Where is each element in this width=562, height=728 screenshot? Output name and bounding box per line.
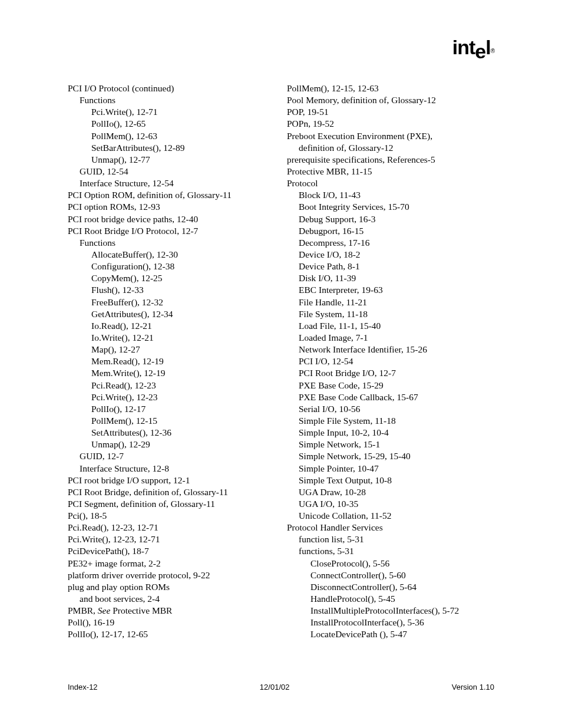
index-entry: SetBarAttributes(), 12-89 bbox=[68, 142, 275, 154]
index-entry: File System, 11-18 bbox=[287, 308, 494, 320]
index-entry: plug and play option ROMs bbox=[68, 581, 275, 593]
index-entry: Simple Pointer, 10-47 bbox=[287, 463, 494, 475]
index-entry: Map(), 12-27 bbox=[68, 344, 275, 355]
page-footer: Index-12 12/01/02 Version 1.10 bbox=[68, 683, 494, 693]
index-entry: Simple File System, 11-18 bbox=[287, 415, 494, 427]
index-entry: Pci.Read(), 12-23, 12-71 bbox=[68, 522, 275, 533]
index-entry: CopyMem(), 12-25 bbox=[68, 272, 275, 284]
index-entry: CloseProtocol(), 5-56 bbox=[287, 558, 494, 569]
index-columns: PCI I/O Protocol (continued)FunctionsPci… bbox=[68, 83, 494, 641]
index-entry: PCI Root Bridge I/O Protocol, 12-7 bbox=[68, 225, 275, 237]
index-entry: PCI I/O, 12-54 bbox=[287, 355, 494, 367]
index-entry: platform driver override protocol, 9-22 bbox=[68, 569, 275, 581]
right-column: PollMem(), 12-15, 12-63Pool Memory, defi… bbox=[281, 83, 494, 641]
index-entry: Device I/O, 18-2 bbox=[287, 249, 494, 261]
index-entry: ConnectController(), 5-60 bbox=[287, 569, 494, 581]
index-entry: PCI root bridge I/O support, 12-1 bbox=[68, 475, 275, 486]
index-entry: Io.Read(), 12-21 bbox=[68, 320, 275, 332]
index-entry: Mem.Read(), 12-19 bbox=[68, 355, 275, 367]
index-entry: prerequisite specifications, References-… bbox=[287, 154, 494, 166]
index-entry: Unmap(), 12-77 bbox=[68, 154, 275, 166]
index-entry: SetAttributes(), 12-36 bbox=[68, 427, 275, 439]
index-entry: Debugport, 16-15 bbox=[287, 225, 494, 237]
index-entry: Functions bbox=[68, 94, 275, 106]
index-entry: PMBR, See Protective MBR bbox=[68, 605, 275, 617]
index-entry: Pci.Write(), 12-23, 12-71 bbox=[68, 533, 275, 545]
index-entry: Device Path, 8-1 bbox=[287, 261, 494, 272]
index-entry: FreeBuffer(), 12-32 bbox=[68, 297, 275, 308]
index-entry: function list, 5-31 bbox=[287, 533, 494, 545]
index-entry: Simple Input, 10-2, 10-4 bbox=[287, 427, 494, 439]
index-entry: Mem.Write(), 12-19 bbox=[68, 367, 275, 379]
index-entry: AllocateBuffer(), 12-30 bbox=[68, 249, 275, 261]
index-entry: Pci.Write(), 12-71 bbox=[68, 106, 275, 118]
index-entry: DisconnectController(), 5-64 bbox=[287, 581, 494, 593]
index-entry: Pci.Read(), 12-23 bbox=[68, 380, 275, 391]
index-entry: Pci.Write(), 12-23 bbox=[68, 391, 275, 403]
index-entry: PollIo(), 12-17, 12-65 bbox=[68, 628, 275, 640]
index-entry: PCI Root Bridge, definition of, Glossary… bbox=[68, 486, 275, 498]
index-entry: Simple Text Output, 10-8 bbox=[287, 475, 494, 486]
index-entry: PCI I/O Protocol (continued) bbox=[68, 83, 275, 94]
index-entry: Unmap(), 12-29 bbox=[68, 439, 275, 450]
index-entry: Decompress, 17-16 bbox=[287, 237, 494, 249]
index-entry: PCI Root Bridge I/O, 12-7 bbox=[287, 367, 494, 379]
index-entry: Functions bbox=[68, 237, 275, 249]
index-entry: Disk I/O, 11-39 bbox=[287, 272, 494, 284]
index-entry: Pci(), 18-5 bbox=[68, 510, 275, 522]
index-entry: PollMem(), 12-15 bbox=[68, 415, 275, 427]
footer-left: Index-12 bbox=[68, 683, 98, 693]
index-entry: Protocol Handler Services bbox=[287, 522, 494, 533]
index-entry: PCI Option ROM, definition of, Glossary-… bbox=[68, 189, 275, 201]
index-entry: functions, 5-31 bbox=[287, 545, 494, 557]
index-entry: Io.Write(), 12-21 bbox=[68, 332, 275, 344]
index-entry: POP, 19-51 bbox=[287, 106, 494, 118]
footer-right: Version 1.10 bbox=[452, 683, 494, 693]
index-entry: Preboot Execution Environment (PXE), bbox=[287, 130, 494, 142]
left-column: PCI I/O Protocol (continued)FunctionsPci… bbox=[68, 83, 281, 641]
index-entry: Flush(), 12-33 bbox=[68, 284, 275, 296]
index-entry: HandleProtocol(), 5-45 bbox=[287, 593, 494, 605]
index-entry: GUID, 12-7 bbox=[68, 450, 275, 462]
index-entry: POPn, 19-52 bbox=[287, 118, 494, 130]
intel-logo: intel® bbox=[452, 34, 494, 60]
index-entry: GUID, 12-54 bbox=[68, 166, 275, 177]
index-entry: Interface Structure, 12-54 bbox=[68, 177, 275, 189]
index-entry: PollMem(), 12-15, 12-63 bbox=[287, 83, 494, 94]
index-entry: Unicode Collation, 11-52 bbox=[287, 510, 494, 522]
index-entry: Interface Structure, 12-8 bbox=[68, 463, 275, 475]
index-entry: Load File, 11-1, 15-40 bbox=[287, 320, 494, 332]
index-entry: InstallMultipleProtocolInterfaces(), 5-7… bbox=[287, 605, 494, 617]
index-entry: Block I/O, 11-43 bbox=[287, 189, 494, 201]
index-entry: PCI Segment, definition of, Glossary-11 bbox=[68, 498, 275, 510]
index-entry: Loaded Image, 7-1 bbox=[287, 332, 494, 344]
index-entry: Protocol bbox=[287, 177, 494, 189]
index-entry: definition of, Glossary-12 bbox=[287, 142, 494, 154]
index-entry: GetAttributes(), 12-34 bbox=[68, 308, 275, 320]
index-entry: EBC Interpreter, 19-63 bbox=[287, 284, 494, 296]
index-entry: PXE Base Code, 15-29 bbox=[287, 380, 494, 391]
index-entry: File Handle, 11-21 bbox=[287, 297, 494, 308]
index-entry: UGA I/O, 10-35 bbox=[287, 498, 494, 510]
index-entry: UGA Draw, 10-28 bbox=[287, 486, 494, 498]
index-entry: Configuration(), 12-38 bbox=[68, 261, 275, 272]
index-entry: PollMem(), 12-63 bbox=[68, 130, 275, 142]
index-entry: Protective MBR, 11-15 bbox=[287, 166, 494, 177]
index-entry: PCI option ROMs, 12-93 bbox=[68, 201, 275, 213]
index-entry: PE32+ image format, 2-2 bbox=[68, 558, 275, 569]
index-entry: Simple Network, 15-29, 15-40 bbox=[287, 450, 494, 462]
footer-center: 12/01/02 bbox=[260, 683, 290, 693]
index-entry: Simple Network, 15-1 bbox=[287, 439, 494, 450]
index-entry: PollIo(), 12-17 bbox=[68, 403, 275, 415]
index-entry: Pool Memory, definition of, Glossary-12 bbox=[287, 94, 494, 106]
index-entry: PXE Base Code Callback, 15-67 bbox=[287, 391, 494, 403]
index-entry: Poll(), 16-19 bbox=[68, 617, 275, 628]
index-entry: InstallProtocolInterface(), 5-36 bbox=[287, 617, 494, 628]
index-entry: PCI root bridge device paths, 12-40 bbox=[68, 213, 275, 225]
index-entry: Debug Support, 16-3 bbox=[287, 213, 494, 225]
page: intel® PCI I/O Protocol (continued)Funct… bbox=[0, 0, 562, 641]
index-entry: PollIo(), 12-65 bbox=[68, 118, 275, 130]
index-entry: Boot Integrity Services, 15-70 bbox=[287, 201, 494, 213]
index-entry: and boot services, 2-4 bbox=[68, 593, 275, 605]
index-entry: PciDevicePath(), 18-7 bbox=[68, 545, 275, 557]
